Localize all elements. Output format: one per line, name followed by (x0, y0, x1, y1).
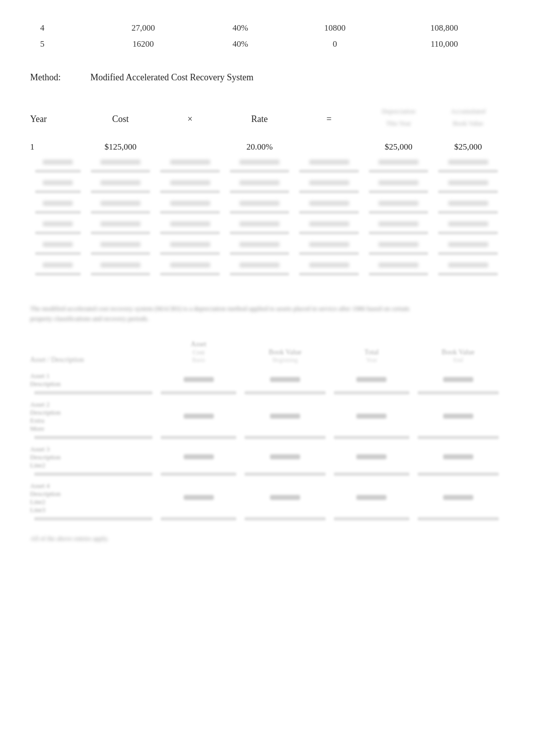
top-row-cell: 40% (197, 36, 285, 52)
second-table-row: Asset 1 Description (30, 370, 503, 390)
s2-cell (157, 480, 240, 516)
macrs-row1-cell: $25,000 (433, 139, 503, 155)
macrs-divider-row (30, 190, 503, 196)
macrs-blurred-row (30, 258, 503, 272)
macrs-row1-cell: 20.00% (225, 139, 295, 155)
macrs-row1-cell (155, 139, 225, 155)
second-table-row: Asset 4 Description Line2 Line3 (30, 480, 503, 516)
s2-cell (330, 480, 413, 516)
macrs-row1-cell (294, 139, 364, 155)
macrs-header-dep: Depreciation This Year (364, 103, 434, 139)
macrs-row1-cell: $25,000 (364, 139, 434, 155)
macrs-blurred-row (30, 237, 503, 251)
top-row-cell: 5 (30, 36, 90, 52)
s2-header-col3: Book Value Beginning (240, 338, 330, 370)
macrs-header-operator: × (155, 103, 225, 139)
s2-cell (240, 443, 330, 471)
s2-cell: Asset 1 Description (30, 370, 157, 390)
macrs-table: Year Cost × Rate = Depreciation This Yea… (30, 103, 503, 279)
s2-cell (240, 480, 330, 516)
accum-header-line1: Accumulated (438, 107, 498, 116)
s2-cell: Asset 4 Description Line2 Line3 (30, 480, 157, 516)
macrs-divider-row (30, 231, 503, 237)
macrs-header-year: Year (30, 103, 86, 139)
s2-cell (414, 399, 503, 435)
s2-cell: Asset 2 Description Extra More (30, 399, 157, 435)
s2-header-col4: Total Year (330, 338, 413, 370)
macrs-row1-cell: 1 (30, 139, 86, 155)
s2-divider-row (30, 390, 503, 399)
top-row-cell: 108,800 (385, 20, 503, 36)
top-row-cell: 27,000 (90, 20, 197, 36)
macrs-blurred-row (30, 217, 503, 231)
accum-header-line2: Book Value (438, 119, 498, 128)
macrs-header-accum: Accumulated Book Value (433, 103, 503, 139)
macrs-divider-row (30, 251, 503, 258)
s2-header-col5: Book Value End (414, 338, 503, 370)
second-table: Asset / Description Asset Cost Basis Boo… (30, 338, 503, 525)
macrs-header-cost: Cost (86, 103, 156, 139)
top-summary-table: 427,00040%10800108,80051620040%0110,000 (30, 20, 503, 52)
s2-divider-row (30, 471, 503, 480)
s2-cell (330, 443, 413, 471)
top-row-cell: 0 (284, 36, 385, 52)
macrs-row1-cell: $125,000 (86, 139, 156, 155)
method-value: Modified Accelerated Cost Recovery Syste… (90, 72, 253, 83)
footer-note: All of the above entries apply. (30, 535, 314, 543)
s2-cell (330, 370, 413, 390)
method-row: Method: Modified Accelerated Cost Recove… (30, 72, 503, 83)
macrs-blurred-row (30, 176, 503, 190)
s2-cell (157, 370, 240, 390)
section2-paragraph: The modified accelerated cost recovery s… (30, 304, 432, 323)
s2-header-col2: Asset Cost Basis (157, 338, 240, 370)
second-table-row: Asset 3 Description Line2 (30, 443, 503, 471)
s2-cell (240, 399, 330, 435)
s2-cell (330, 399, 413, 435)
top-row-cell: 110,000 (385, 36, 503, 52)
macrs-divider-row (30, 272, 503, 279)
top-row-cell: 40% (197, 20, 285, 36)
s2-divider-row (30, 516, 503, 525)
macrs-blurred-row (30, 155, 503, 169)
s2-cell (414, 370, 503, 390)
top-row-cell: 4 (30, 20, 90, 36)
s2-divider-row (30, 435, 503, 443)
method-label: Method: (30, 72, 90, 83)
s2-cell (240, 370, 330, 390)
top-row-cell: 10800 (284, 20, 385, 36)
second-table-row: Asset 2 Description Extra More (30, 399, 503, 435)
dep-header-line1: Depreciation (369, 107, 429, 116)
section2: The modified accelerated cost recovery s… (30, 304, 503, 543)
s2-cell (414, 480, 503, 516)
s2-cell: Asset 3 Description Line2 (30, 443, 157, 471)
macrs-blurred-row (30, 196, 503, 210)
dep-header-line2: This Year (369, 119, 429, 128)
s2-cell (157, 399, 240, 435)
macrs-header-equals: = (294, 103, 364, 139)
macrs-divider-row (30, 210, 503, 217)
s2-cell (157, 443, 240, 471)
s2-cell (414, 443, 503, 471)
top-row-cell: 16200 (90, 36, 197, 52)
macrs-divider-row (30, 169, 503, 176)
macrs-header-rate: Rate (225, 103, 295, 139)
s2-header-col1: Asset / Description (30, 338, 157, 370)
